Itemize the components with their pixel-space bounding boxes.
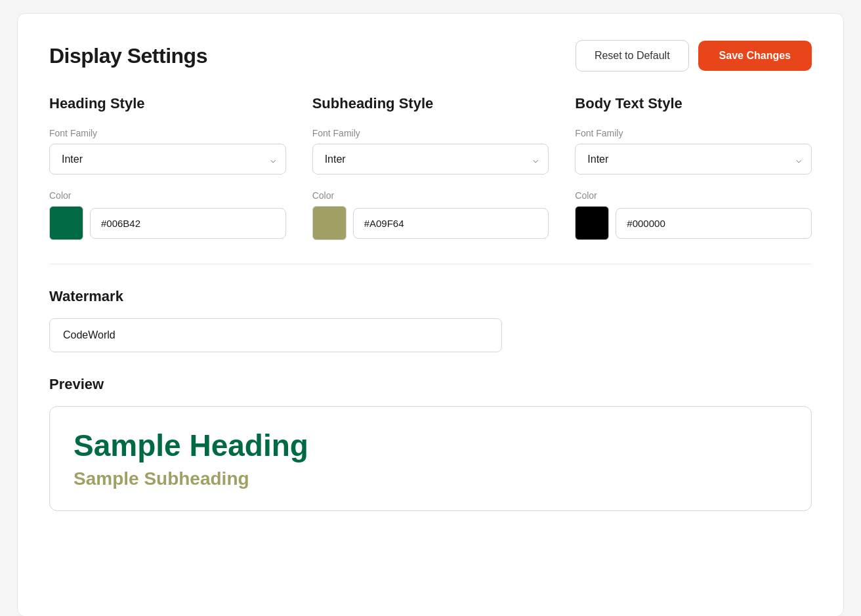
heading-style-column: Heading Style Font Family Inter Arial Ro… <box>49 95 286 240</box>
heading-color-swatch[interactable] <box>49 206 83 240</box>
watermark-title: Watermark <box>49 288 812 305</box>
heading-font-family-label: Font Family <box>49 128 286 138</box>
watermark-input[interactable] <box>49 318 502 352</box>
watermark-section: Watermark <box>49 288 812 352</box>
subheading-color-input[interactable] <box>353 208 549 239</box>
subheading-color-label: Color <box>312 190 549 201</box>
body-font-select[interactable]: Inter Arial Roboto Georgia Helvetica Tim… <box>575 144 812 175</box>
subheading-style-title: Subheading Style <box>312 95 549 112</box>
header-row: Display Settings Reset to Default Save C… <box>49 40 812 72</box>
heading-color-input[interactable] <box>90 208 286 239</box>
body-color-row <box>575 206 812 240</box>
preview-section: Preview Sample Heading Sample Subheading <box>49 376 812 511</box>
body-color-swatch[interactable] <box>575 206 609 240</box>
subheading-font-select[interactable]: Inter Arial Roboto Georgia Helvetica Tim… <box>312 144 549 175</box>
heading-font-select-wrapper: Inter Arial Roboto Georgia Helvetica Tim… <box>49 144 286 175</box>
body-font-family-label: Font Family <box>575 128 812 138</box>
heading-font-select[interactable]: Inter Arial Roboto Georgia Helvetica Tim… <box>49 144 286 175</box>
subheading-color-row <box>312 206 549 240</box>
header-actions: Reset to Default Save Changes <box>576 40 812 72</box>
subheading-font-family-label: Font Family <box>312 128 549 138</box>
preview-heading: Sample Heading <box>74 428 788 463</box>
page-title: Display Settings <box>49 44 207 68</box>
body-color-label: Color <box>575 190 812 201</box>
subheading-color-swatch[interactable] <box>312 206 346 240</box>
page-container: Display Settings Reset to Default Save C… <box>17 13 844 616</box>
body-color-input[interactable] <box>616 208 812 239</box>
preview-title: Preview <box>49 376 812 393</box>
heading-color-label: Color <box>49 190 286 201</box>
heading-style-title: Heading Style <box>49 95 286 112</box>
body-text-style-title: Body Text Style <box>575 95 812 112</box>
section-divider <box>49 264 812 264</box>
subheading-style-column: Subheading Style Font Family Inter Arial… <box>312 95 549 240</box>
style-columns: Heading Style Font Family Inter Arial Ro… <box>49 95 812 240</box>
preview-subheading: Sample Subheading <box>74 468 788 489</box>
body-font-select-wrapper: Inter Arial Roboto Georgia Helvetica Tim… <box>575 144 812 175</box>
subheading-font-select-wrapper: Inter Arial Roboto Georgia Helvetica Tim… <box>312 144 549 175</box>
body-text-style-column: Body Text Style Font Family Inter Arial … <box>575 95 812 240</box>
heading-color-row <box>49 206 286 240</box>
preview-box: Sample Heading Sample Subheading <box>49 406 812 511</box>
save-button[interactable]: Save Changes <box>698 41 812 71</box>
reset-button[interactable]: Reset to Default <box>576 40 689 72</box>
